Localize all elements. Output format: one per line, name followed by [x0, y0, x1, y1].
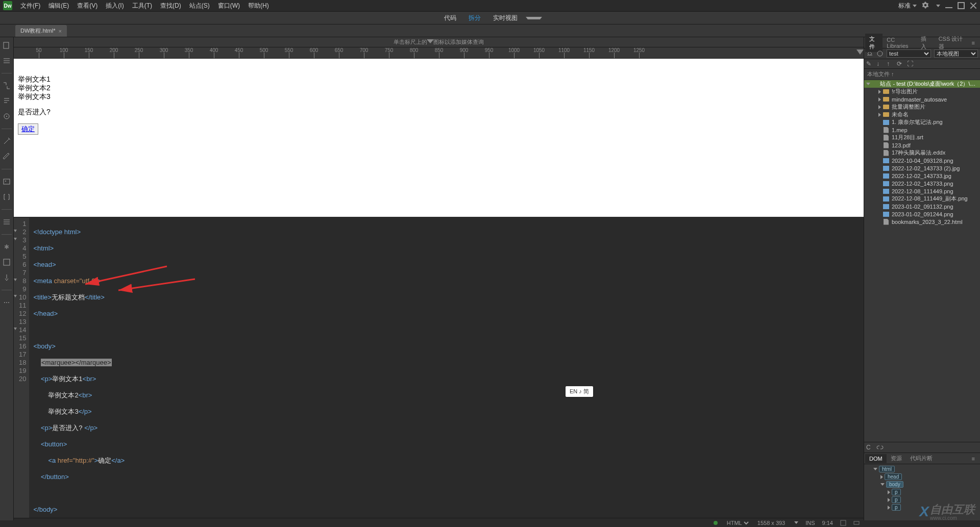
target-icon[interactable] [3, 112, 11, 120]
file-row[interactable]: 17种头脑风暴法.eddx [864, 149, 980, 157]
file-row[interactable]: 1. 康奈尔笔记法.png [864, 118, 980, 126]
window-minimize-button[interactable] [945, 1, 952, 8]
file-row[interactable]: 11月28日.srt [864, 134, 980, 141]
expand-icon[interactable] [3, 82, 11, 90]
format-icon[interactable] [3, 97, 11, 105]
brackets-icon[interactable] [3, 193, 11, 201]
window-close-button[interactable] [970, 2, 977, 9]
dom-node-html[interactable]: html [866, 465, 978, 473]
dims-dropdown-icon[interactable] [794, 521, 798, 524]
tab-cclibraries[interactable]: CC Libraries [883, 35, 917, 51]
ruler[interactable]: 5010015020025030035040045050055060065070… [14, 47, 864, 59]
refresh-icon[interactable]: ⟳ [897, 60, 904, 67]
ruler-label: 600 [310, 47, 318, 53]
cloud-icon[interactable] [876, 50, 884, 57]
toggle-icon[interactable] [3, 57, 11, 65]
file-row[interactable]: 2022-10-04_093128.png [864, 157, 980, 164]
sync-icon[interactable]: C [866, 444, 873, 451]
expand-panel-icon[interactable]: ⛶ [907, 60, 914, 67]
status-overlay-icon[interactable] [840, 520, 846, 526]
menu-insert[interactable]: 插入(I) [102, 1, 128, 11]
preview-confirm-button[interactable]: 确定 [18, 123, 38, 135]
brush-icon[interactable] [3, 153, 11, 161]
media-query-bar[interactable]: 单击标尺上的 图标以添加媒体查询 [14, 37, 864, 47]
menu-window[interactable]: 窗口(W) [214, 1, 244, 11]
pin-icon[interactable] [3, 273, 11, 282]
more-icon[interactable]: ⋯ [3, 298, 11, 307]
menu-file[interactable]: 文件(F) [16, 1, 44, 11]
dom-node-p-1[interactable]: p [866, 488, 978, 496]
pencil-icon[interactable]: ✎ [866, 60, 873, 67]
file-row[interactable]: 123.pdf [864, 141, 980, 149]
window-maximize-button[interactable] [958, 2, 965, 9]
menu-site[interactable]: 站点(S) [185, 1, 214, 11]
status-ins[interactable]: INS [805, 520, 815, 526]
view-select[interactable]: 本地视图 [934, 49, 978, 58]
watermark: X 自由互联 www.ci.com [919, 502, 975, 521]
file-row[interactable]: 2022-12-08_111449_副本.png [864, 195, 980, 203]
file-name: 2022-12-02_143733 (2).jpg [892, 165, 960, 171]
ruler-label: 300 [160, 47, 168, 53]
files-toolbar: test 本地视图 [864, 48, 980, 59]
view-live-button[interactable]: 实时视图 [487, 14, 524, 22]
file-row[interactable]: 批量调整图片 [864, 103, 980, 111]
status-preview-icon[interactable] [853, 520, 860, 526]
file-row[interactable]: 2022-12-08_111449.png [864, 187, 980, 195]
ruler-label: 400 [210, 47, 218, 53]
site-root-row[interactable]: 站点 - test (D:\tools\桌面\work（2）\work (... [864, 80, 980, 88]
status-lang-select[interactable]: HTML [725, 519, 750, 526]
file-row[interactable]: !r导出图片 [864, 88, 980, 95]
gear-dropdown-icon[interactable] [936, 5, 940, 7]
workspace-switcher[interactable]: 标准 [898, 2, 917, 10]
site-select[interactable]: test [887, 49, 931, 58]
file-row[interactable]: 2023-01-02_091244.png [864, 210, 980, 218]
link-icon[interactable] [876, 444, 884, 451]
menu-help[interactable]: 帮助(H) [244, 1, 273, 11]
tab-snippets[interactable]: 代码片断 [906, 453, 937, 464]
files-header[interactable]: 本地文件 ↑ [864, 69, 980, 80]
menu-find[interactable]: 查找(D) [156, 1, 185, 11]
image-icon[interactable] [3, 178, 11, 186]
ftp-icon[interactable] [866, 50, 873, 57]
ruler-handle-icon[interactable] [856, 49, 864, 57]
code-content[interactable]: <!doctype html> <html> <head> <meta char… [29, 218, 125, 520]
file-row[interactable]: 2022-12-02_143733 (2).jpg [864, 164, 980, 172]
file-row[interactable]: 2022-12-02_143733.jpg [864, 172, 980, 180]
ruler-label: 750 [385, 47, 394, 53]
code-view-pane[interactable]: 1234567891011121314151617181920 <!doctyp… [14, 218, 864, 520]
close-tab-icon[interactable]: × [58, 28, 61, 34]
snowflake-icon[interactable]: ✱ [3, 243, 11, 251]
view-split-button[interactable]: 拆分 [462, 14, 487, 22]
menu-view[interactable]: 查看(V) [73, 1, 102, 11]
file-row[interactable]: bookmarks_2023_3_22.html [864, 218, 980, 225]
live-view-pane[interactable]: 举例文本1 举例文本2 举例文本3 是否进入? 确定 [14, 59, 864, 218]
dom-node-head[interactable]: head [866, 473, 978, 481]
file-tree[interactable]: 站点 - test (D:\tools\桌面\work（2）\work (...… [864, 80, 980, 442]
up-arrow-icon[interactable]: ↑ [887, 60, 894, 67]
menu-tools[interactable]: 工具(T) [128, 1, 156, 11]
file-manage-icon[interactable] [3, 41, 11, 49]
gear-icon[interactable] [922, 2, 929, 10]
list-icon[interactable] [3, 218, 11, 226]
ime-indicator[interactable]: EN ♪ 简 [566, 386, 593, 397]
dom-node-body[interactable]: body [866, 481, 978, 488]
view-mode-bar: 代码 拆分 实时视图 [0, 12, 980, 24]
file-row[interactable]: mindmaster_autosave [864, 95, 980, 103]
view-code-button[interactable]: 代码 [438, 14, 462, 22]
tab-dom[interactable]: DOM [865, 454, 887, 463]
panel-menu-icon-2[interactable]: ≡ [968, 454, 979, 463]
file-row[interactable]: 未命名 [864, 111, 980, 118]
preview-confirm-link[interactable]: 确定 [21, 125, 35, 133]
file-row[interactable]: 1.mep [864, 126, 980, 134]
color-icon[interactable] [3, 258, 11, 266]
file-row[interactable]: 2022-12-02_143733.png [864, 180, 980, 187]
menu-edit[interactable]: 编辑(E) [44, 1, 73, 11]
tab-resources[interactable]: 资源 [887, 453, 906, 464]
file-name: !r导出图片 [892, 88, 918, 95]
view-live-dropdown-icon[interactable] [526, 17, 542, 19]
panel-menu-icon[interactable]: ≡ [968, 38, 979, 47]
document-tab[interactable]: DW教程.html* × [15, 25, 67, 37]
file-row[interactable]: 2023-01-02_091132.png [864, 203, 980, 210]
wand-icon[interactable] [3, 137, 11, 145]
down-arrow-icon[interactable]: ↓ [876, 60, 884, 67]
